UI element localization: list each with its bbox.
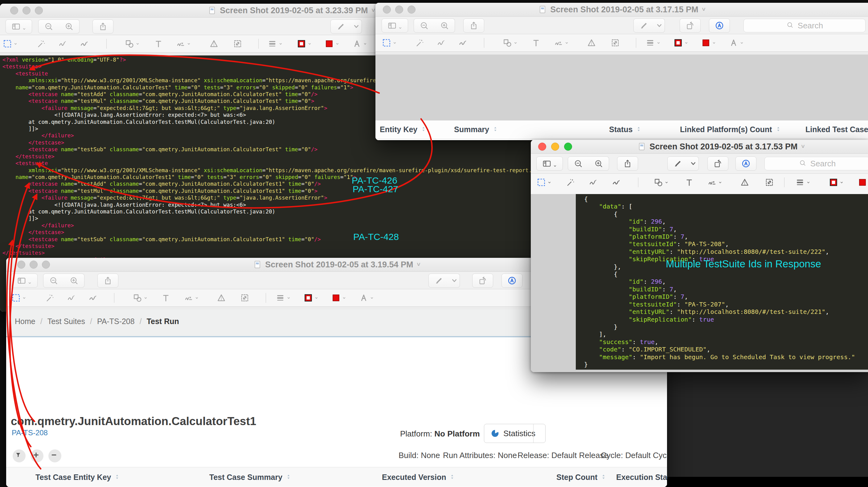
add-row-button[interactable] (31, 449, 43, 462)
draw-tool-button[interactable] (612, 176, 621, 189)
markup-chevron-button[interactable] (654, 19, 665, 33)
zoom-in-button[interactable] (59, 20, 80, 34)
textstyle-tool-button[interactable] (352, 38, 367, 50)
rotate-button[interactable] (472, 273, 493, 288)
breadcrumb-item[interactable]: PA-TS-208 (97, 317, 135, 326)
share-button[interactable] (617, 157, 638, 171)
textT-tool-button[interactable] (531, 37, 541, 49)
suites-col-header[interactable]: Status (609, 121, 642, 139)
testcase-col-header[interactable]: Executed Version (382, 467, 455, 487)
search-input[interactable]: Search (765, 157, 868, 170)
annotate-button[interactable] (709, 19, 730, 33)
resize-tool-button[interactable] (765, 176, 774, 189)
markup-button[interactable] (331, 20, 351, 34)
markup-chevron-button[interactable] (449, 273, 460, 288)
shapes-tool-button[interactable] (132, 292, 148, 304)
prism-tool-button[interactable] (587, 37, 596, 49)
draw-tool-button[interactable] (80, 38, 89, 50)
minimize-button[interactable] (23, 6, 31, 14)
sort-icon[interactable] (421, 125, 427, 134)
close-button[interactable] (538, 142, 546, 151)
textstyle-tool-button[interactable] (359, 292, 374, 304)
zoom-in-button[interactable] (588, 157, 609, 171)
statistics-button[interactable]: Statistics (484, 424, 546, 443)
close-button[interactable] (383, 5, 391, 13)
filter-button[interactable] (13, 449, 26, 462)
testcase-col-header[interactable]: Test Case Entity Key (35, 467, 120, 487)
testcase-col-header[interactable]: Step Count (556, 467, 607, 487)
fillRed-tool-button[interactable] (324, 38, 340, 50)
lines-tool-button[interactable] (795, 176, 811, 189)
zoom-in-button[interactable] (434, 19, 455, 33)
close-button[interactable] (10, 6, 18, 14)
sidebar-button[interactable] (536, 157, 563, 171)
lines-tool-button[interactable] (276, 292, 291, 304)
sidebar-button[interactable] (381, 19, 408, 33)
zoom-out-button[interactable] (38, 20, 59, 34)
wand-tool-button[interactable] (45, 292, 55, 304)
titlebar[interactable]: Screen Shot 2019-02-05 at 3.17.15 PM ˅ (375, 3, 868, 17)
title-chevron-icon[interactable]: ˅ (801, 143, 805, 150)
suites-col-header[interactable]: Linked Test Case(s) Count (805, 121, 868, 139)
prism-tool-button[interactable] (740, 176, 750, 189)
fillRed-tool-button[interactable] (858, 176, 868, 189)
minimize-button[interactable] (551, 142, 559, 151)
markup-chevron-button[interactable] (351, 20, 362, 34)
share-button[interactable] (463, 19, 484, 33)
sign-tool-button[interactable] (554, 37, 569, 49)
breadcrumb-item[interactable]: Home (15, 317, 35, 326)
zoom-button[interactable] (407, 5, 415, 13)
resize-tool-button[interactable] (610, 37, 620, 49)
sign-tool-button[interactable] (707, 176, 722, 189)
textT-tool-button[interactable] (684, 176, 694, 189)
sign-tool-button[interactable] (184, 292, 199, 304)
sort-icon[interactable] (114, 473, 120, 482)
annotate-button[interactable] (501, 273, 523, 288)
sort-icon[interactable] (775, 125, 781, 134)
draw-tool-button[interactable] (458, 37, 468, 49)
textstyle-tool-button[interactable] (729, 37, 744, 49)
prism-tool-button[interactable] (216, 292, 226, 304)
title-chevron-icon[interactable]: ˅ (372, 7, 375, 14)
minimize-button[interactable] (395, 5, 403, 13)
rotate-button[interactable] (707, 157, 728, 171)
selection-tool-button[interactable] (381, 37, 397, 49)
rotate-button[interactable] (680, 19, 701, 33)
zoom-button[interactable] (564, 142, 572, 151)
wand-tool-button[interactable] (566, 176, 576, 189)
sidebar-button[interactable] (5, 20, 32, 34)
selection-tool-button[interactable] (536, 176, 552, 189)
sort-icon[interactable] (636, 125, 642, 134)
lines-tool-button[interactable] (268, 38, 283, 50)
borderRed-tool-button[interactable] (829, 176, 844, 189)
search-input[interactable]: Search (743, 19, 866, 32)
sketch-tool-button[interactable] (67, 292, 76, 304)
sort-icon[interactable] (449, 473, 455, 482)
annotate-button[interactable] (736, 157, 756, 171)
wand-tool-button[interactable] (36, 38, 46, 50)
resize-tool-button[interactable] (233, 38, 243, 50)
sort-icon[interactable] (600, 473, 607, 482)
shapes-tool-button[interactable] (502, 37, 518, 49)
titlebar[interactable]: Screen Shot 2019-02-05 at 3.17.53 PM ˅ (531, 140, 868, 154)
testcase-col-header[interactable]: Test Case Summary (209, 467, 291, 487)
zoom-out-button[interactable] (414, 19, 435, 33)
draw-tool-button[interactable] (88, 292, 98, 304)
title-chevron-icon[interactable]: ˅ (417, 261, 421, 268)
suites-col-header[interactable]: Entity Key (380, 121, 427, 139)
wand-tool-button[interactable] (415, 37, 425, 49)
sort-icon[interactable] (285, 473, 291, 482)
share-button[interactable] (97, 273, 118, 288)
sidebar-button[interactable] (11, 273, 38, 288)
share-button[interactable] (92, 20, 114, 34)
zoom-in-button[interactable] (64, 273, 85, 288)
sketch-tool-button[interactable] (58, 38, 68, 50)
zoom-button[interactable] (35, 6, 43, 14)
testcase-col-header[interactable]: Execution Status (616, 467, 667, 487)
resize-tool-button[interactable] (240, 292, 250, 304)
sort-icon[interactable] (492, 125, 498, 134)
textT-tool-button[interactable] (161, 292, 171, 304)
title-chevron-icon[interactable]: ˅ (702, 6, 706, 13)
shapes-tool-button[interactable] (653, 176, 669, 189)
fillRed-tool-button[interactable] (701, 37, 716, 49)
